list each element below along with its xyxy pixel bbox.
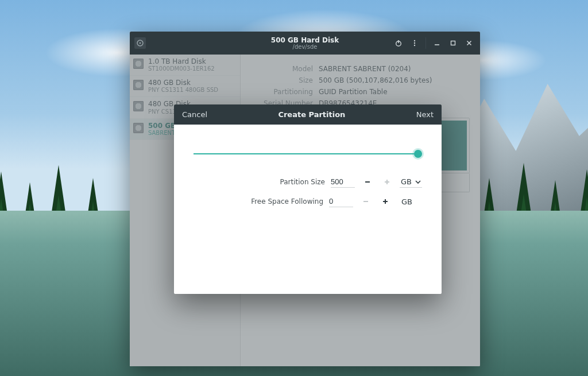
svg-rect-8 bbox=[451, 41, 455, 45]
partition-size-slider[interactable] bbox=[194, 150, 422, 158]
row-partition-size: Partition Size GB bbox=[194, 175, 422, 189]
svg-point-5 bbox=[414, 42, 415, 44]
disks-app-icon bbox=[134, 37, 146, 49]
titlebar[interactable]: 500 GB Hard Disk /dev/sde bbox=[130, 32, 480, 55]
close-button[interactable] bbox=[462, 36, 477, 51]
free-space-unit: GB bbox=[398, 196, 422, 207]
dialog-title: Create Partition bbox=[278, 110, 345, 119]
svg-point-1 bbox=[140, 42, 141, 44]
dialog-header: Cancel Create Partition Next bbox=[174, 104, 442, 125]
create-partition-dialog: Cancel Create Partition Next Partition S… bbox=[174, 104, 442, 294]
cancel-button[interactable]: Cancel bbox=[182, 110, 207, 119]
next-button[interactable]: Next bbox=[416, 110, 434, 119]
minimize-button[interactable] bbox=[430, 36, 444, 51]
free-space-increase[interactable] bbox=[378, 195, 392, 208]
label-partition-size: Partition Size bbox=[280, 178, 325, 186]
unit-label: GB bbox=[401, 177, 412, 186]
partition-size-decrease[interactable] bbox=[361, 175, 374, 189]
free-space-decrease bbox=[359, 195, 373, 208]
label-free-space-following: Free Space Following bbox=[251, 197, 323, 206]
chevron-down-icon bbox=[415, 179, 421, 185]
maximize-button[interactable] bbox=[446, 36, 461, 51]
slider-track bbox=[194, 153, 422, 154]
partition-size-increase bbox=[380, 175, 394, 189]
partition-size-unit-select[interactable]: GB bbox=[400, 176, 422, 188]
drive-menu-button[interactable] bbox=[407, 36, 422, 51]
free-space-following-input[interactable] bbox=[329, 196, 353, 207]
slider-thumb[interactable] bbox=[414, 150, 422, 158]
drive-power-button[interactable] bbox=[391, 36, 406, 51]
row-free-space-following: Free Space Following GB bbox=[194, 195, 422, 208]
svg-point-6 bbox=[414, 45, 415, 46]
svg-point-4 bbox=[414, 40, 415, 41]
partition-size-input[interactable] bbox=[331, 176, 355, 188]
